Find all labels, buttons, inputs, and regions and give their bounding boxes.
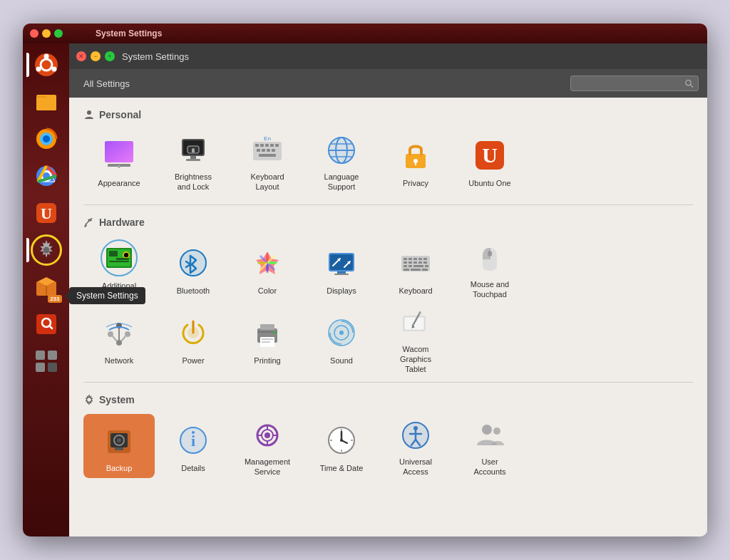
os-window-controls[interactable] — [30, 29, 63, 38]
sidebar-item-ubuntu[interactable] — [29, 48, 63, 82]
personal-divider — [83, 204, 693, 205]
svg-point-117 — [273, 331, 276, 334]
settings-content: Personal — [69, 98, 707, 536]
universal-access-icon — [397, 418, 434, 452]
printing-item[interactable]: Printing — [232, 306, 303, 370]
appearance-icon — [101, 137, 138, 174]
language-support-icon — [323, 133, 360, 167]
color-item[interactable]: Color — [232, 237, 303, 301]
keyboard-item[interactable]: Keyboard — [380, 237, 451, 301]
minimize-button[interactable]: − — [91, 51, 101, 61]
window-controls[interactable]: ✕ − + — [76, 51, 115, 61]
os-close-button[interactable] — [30, 29, 38, 38]
ubuntu-one-label: Ubuntu One — [468, 178, 510, 188]
color-icon — [249, 244, 286, 281]
close-button[interactable]: ✕ — [76, 51, 86, 61]
svg-point-67 — [123, 252, 129, 258]
svg-point-126 — [418, 311, 421, 314]
power-icon — [175, 314, 212, 351]
svg-rect-44 — [265, 144, 269, 147]
color-label: Color — [258, 286, 277, 296]
sidebar-item-firefox[interactable] — [29, 122, 63, 156]
mouse-touchpad-item[interactable]: Mouse andTouchpad — [454, 237, 525, 301]
sound-item[interactable]: Sound — [306, 306, 377, 370]
svg-rect-102 — [488, 251, 492, 256]
user-accounts-item[interactable]: UserAccounts — [454, 414, 525, 478]
os-maximize-button[interactable] — [54, 29, 63, 38]
ubuntu-one-item[interactable]: U Ubuntu One — [454, 129, 525, 193]
management-service-item[interactable]: ManagementService — [232, 414, 303, 478]
os-titlebar: System Settings — [23, 24, 707, 43]
details-label: Details — [181, 463, 205, 473]
details-item[interactable]: i Details — [158, 414, 229, 478]
wrench-icon — [83, 217, 95, 228]
svg-rect-43 — [260, 144, 264, 147]
svg-point-121 — [339, 331, 344, 335]
network-item[interactable]: Network — [83, 306, 155, 370]
sound-icon — [323, 314, 360, 351]
backup-item[interactable]: Backup — [83, 414, 155, 478]
hardware-section-header: Hardware — [83, 217, 693, 228]
person-icon — [83, 109, 95, 120]
maximize-button[interactable]: + — [105, 51, 115, 61]
keyboard-layout-label: KeyboardLayout — [250, 172, 284, 192]
svg-point-159 — [482, 425, 492, 435]
universal-access-item[interactable]: UniversalAccess — [380, 414, 451, 478]
backup-label: Backup — [106, 463, 133, 473]
sidebar-item-package[interactable]: 233 — [29, 270, 63, 304]
sidebar: U 233 — [23, 43, 69, 536]
svg-rect-96 — [413, 265, 423, 267]
hardware-grid-2: Network Power — [83, 306, 693, 370]
svg-rect-93 — [423, 261, 427, 264]
search-input[interactable] — [575, 78, 684, 88]
language-support-item[interactable]: LanguageSupport — [306, 129, 377, 193]
svg-rect-79 — [337, 271, 346, 274]
svg-rect-86 — [413, 258, 417, 260]
svg-point-160 — [493, 427, 500, 435]
svg-point-131 — [117, 438, 121, 442]
bluetooth-item[interactable]: Bluetooth — [158, 237, 229, 301]
brightness-lock-item[interactable]: Brightnessand Lock — [158, 129, 229, 193]
os-minimize-button[interactable] — [42, 29, 51, 38]
keyboard-layout-item[interactable]: En KeyboardLayout — [232, 129, 303, 193]
power-item[interactable]: Power — [158, 306, 229, 370]
sidebar-item-files[interactable] — [29, 85, 63, 119]
svg-point-27 — [686, 80, 691, 85]
svg-rect-49 — [267, 149, 270, 152]
all-settings-button[interactable]: All Settings — [78, 76, 135, 92]
svg-text:i: i — [191, 432, 195, 450]
wacom-item[interactable]: WacomGraphicsTablet — [380, 306, 451, 370]
svg-point-139 — [264, 432, 270, 438]
svg-rect-66 — [109, 251, 118, 256]
svg-rect-68 — [116, 258, 129, 260]
svg-rect-115 — [262, 341, 270, 343]
keyboard-icon — [397, 244, 434, 281]
svg-rect-69 — [109, 261, 129, 262]
window-title: System Settings — [122, 51, 189, 62]
package-badge: 233 — [48, 295, 61, 303]
ubuntu-one-settings-icon: U — [471, 137, 508, 174]
sidebar-item-ubuntu-one[interactable]: U — [29, 196, 63, 230]
privacy-item[interactable]: Privacy — [380, 129, 451, 193]
svg-rect-40 — [192, 150, 195, 152]
svg-point-110 — [187, 327, 199, 338]
svg-rect-31 — [105, 141, 133, 162]
displays-item[interactable]: Displays — [306, 237, 377, 301]
sidebar-item-software[interactable] — [29, 307, 63, 341]
keyboard-label: Keyboard — [399, 286, 432, 296]
appearance-item[interactable]: Appearance — [83, 129, 155, 193]
brightness-lock-icon — [175, 133, 212, 167]
search-box[interactable] — [570, 76, 699, 91]
svg-point-3 — [51, 67, 56, 72]
sidebar-item-chrome[interactable] — [29, 159, 63, 193]
time-date-item[interactable]: Time & Date — [306, 414, 377, 478]
main-window: ✕ − + System Settings All Settings — [69, 43, 707, 536]
window-titlebar: ✕ − + System Settings — [69, 43, 707, 69]
sidebar-item-settings[interactable] — [29, 233, 63, 267]
universal-access-label: UniversalAccess — [399, 457, 432, 477]
time-date-icon — [323, 422, 360, 459]
sidebar-item-workspace[interactable] — [29, 344, 63, 378]
svg-rect-50 — [272, 149, 275, 152]
displays-icon — [323, 244, 360, 281]
svg-rect-132 — [115, 447, 123, 450]
